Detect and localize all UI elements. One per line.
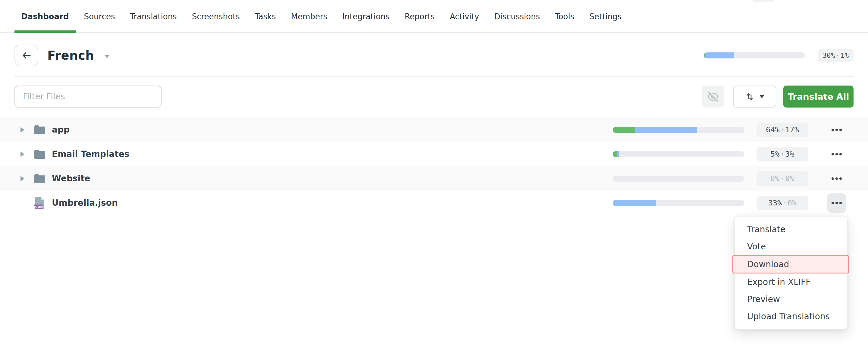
row-stats: 5% · 3% (613, 145, 846, 164)
translated-pct: 0% (770, 174, 779, 183)
row-actions-button[interactable] (827, 120, 846, 139)
file-name: Umbrella.json (52, 198, 118, 208)
tab-sources[interactable]: Sources (78, 0, 122, 33)
approved-pct: 17% (785, 125, 799, 134)
badge-separator: · (780, 174, 784, 183)
tab-discussions[interactable]: Discussions (488, 0, 547, 33)
files-toolbar: Translate All (14, 86, 854, 107)
menu-item-export-xliff[interactable]: Export in XLIFF (735, 274, 847, 291)
approved-pct: 0% (787, 198, 797, 207)
tab-activity[interactable]: Activity (443, 0, 486, 33)
tab-tools[interactable]: Tools (548, 0, 581, 33)
file-progress-badge: 5% · 3% (756, 147, 808, 161)
ellipsis-icon (832, 178, 842, 180)
folder-icon (34, 148, 46, 161)
file-row-umbrella-json[interactable]: JSON Umbrella.json 33% · 0% (0, 191, 868, 215)
expand-chevron-icon[interactable] (19, 176, 25, 181)
ellipsis-icon (832, 129, 842, 131)
translated-progress-fill (704, 53, 734, 58)
file-progress-badge: 64% · 17% (756, 123, 808, 137)
folder-icon (34, 124, 46, 136)
sort-button[interactable] (733, 86, 776, 107)
badge-separator: · (835, 52, 840, 59)
file-row-email-templates[interactable]: Email Templates 5% · 3% (0, 142, 868, 166)
row-stats: 64% · 17% (613, 120, 846, 139)
menu-item-upload-translations[interactable]: Upload Translations (735, 308, 847, 325)
chevron-down-icon (760, 95, 764, 98)
hide-completed-button[interactable] (702, 86, 724, 107)
language-dropdown-caret-icon[interactable] (104, 55, 110, 58)
row-actions-button[interactable] (827, 145, 846, 164)
language-header: French 30% · 1% (14, 44, 854, 67)
translated-progress-fill (613, 200, 656, 206)
approved-progress-fill (704, 53, 705, 58)
menu-item-preview[interactable]: Preview (735, 291, 847, 308)
file-progress-badge: 33% · 0% (756, 196, 808, 210)
row-stats: 0% · 0% (613, 169, 846, 188)
file-name: app (52, 125, 70, 135)
clipped-element-fragment (752, 0, 774, 2)
approved-pct: 1% (840, 52, 849, 59)
back-button[interactable] (14, 44, 38, 66)
file-row-website[interactable]: Website 0% · 0% (0, 166, 868, 191)
tab-settings[interactable]: Settings (583, 0, 628, 33)
ellipsis-icon (832, 153, 842, 155)
svg-text:JSON: JSON (34, 205, 43, 209)
expand-chevron-icon[interactable] (19, 127, 25, 132)
menu-item-download[interactable]: Download (733, 255, 849, 274)
tab-dashboard[interactable]: Dashboard (14, 0, 76, 33)
file-progress-bar (613, 151, 744, 157)
file-name: Website (52, 173, 90, 184)
badge-separator: · (780, 150, 784, 158)
tab-members[interactable]: Members (284, 0, 334, 33)
tab-screenshots[interactable]: Screenshots (185, 0, 247, 33)
row-actions-button[interactable] (827, 169, 846, 188)
tab-integrations[interactable]: Integrations (336, 0, 396, 33)
file-progress-bar (613, 200, 744, 206)
file-actions-menu: Translate Vote Download Export in XLIFF … (735, 216, 847, 329)
eye-off-icon (708, 91, 718, 102)
sort-arrows-icon (745, 92, 755, 101)
project-nav: Dashboard Sources Translations Screensho… (0, 0, 868, 33)
approved-progress-fill (613, 127, 635, 133)
translate-all-button[interactable]: Translate All (783, 86, 854, 107)
file-progress-bar (613, 176, 744, 182)
section-divider (14, 76, 854, 77)
tab-tasks[interactable]: Tasks (248, 0, 283, 33)
approved-progress-fill (613, 151, 617, 157)
translated-pct: 64% (766, 125, 779, 134)
language-title: French (47, 49, 94, 62)
file-progress-badge: 0% · 0% (756, 171, 808, 186)
file-list: app 64% · 17% Ema (0, 118, 868, 215)
badge-separator: · (782, 198, 787, 207)
file-row-app[interactable]: app 64% · 17% (0, 118, 868, 142)
translated-pct: 30% (823, 52, 835, 59)
arrow-left-icon (21, 50, 32, 61)
row-stats: 33% · 0% (613, 193, 846, 213)
folder-icon (34, 172, 46, 185)
badge-separator: · (780, 125, 784, 134)
crowdin-project-dashboard: Dashboard Sources Translations Screensho… (0, 0, 868, 350)
expand-chevron-icon[interactable] (19, 152, 25, 157)
filter-files-input[interactable] (14, 86, 161, 107)
file-progress-bar (613, 127, 744, 133)
translated-pct: 5% (770, 150, 779, 158)
translated-pct: 33% (768, 198, 782, 207)
file-name: Email Templates (52, 149, 129, 159)
menu-item-translate[interactable]: Translate (735, 221, 847, 238)
menu-item-vote[interactable]: Vote (735, 238, 847, 255)
language-progress-bar (704, 53, 805, 58)
json-file-icon: JSON (34, 197, 46, 209)
language-progress-badge: 30% · 1% (818, 49, 854, 62)
tab-translations[interactable]: Translations (123, 0, 183, 33)
approved-pct: 3% (785, 150, 795, 158)
tab-reports[interactable]: Reports (398, 0, 441, 33)
row-actions-button-active[interactable] (827, 193, 846, 213)
approved-pct: 0% (785, 174, 795, 183)
ellipsis-icon (832, 202, 842, 204)
